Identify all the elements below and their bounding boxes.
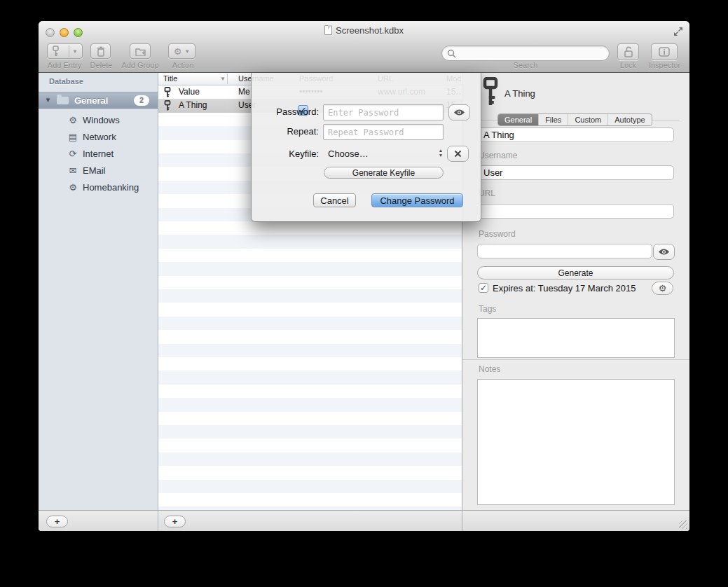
add-entry-plus-button[interactable]: +	[164, 516, 186, 527]
expires-label: Expires at: Tuesday 17 March 2015	[493, 283, 636, 294]
sidebar-item-windows[interactable]: ⚙ Windows	[39, 111, 158, 128]
inspector-panel: A Thing General Files Custom Autotype Us…	[462, 73, 689, 510]
repeat-password-input[interactable]	[323, 124, 444, 140]
cell-username: Me	[238, 87, 250, 97]
sidebar-item-label: Homebanking	[83, 182, 139, 193]
close-icon	[454, 150, 462, 158]
resize-grip[interactable]	[679, 520, 687, 529]
sidebar-header: Database	[49, 77, 83, 85]
divider	[462, 511, 462, 531]
generate-keyfile-button[interactable]: Generate Keyfile	[324, 167, 444, 179]
notes-label: Notes	[479, 364, 500, 374]
enter-password-input[interactable]	[323, 104, 444, 120]
tab-bar: General Files Custom Autotype	[497, 113, 652, 126]
tab-general[interactable]: General	[498, 114, 539, 125]
gear-icon: ⚙	[67, 115, 78, 125]
chevron-down-icon: ▼	[72, 48, 78, 55]
key-icon-large	[482, 77, 499, 106]
fullscreen-icon[interactable]	[673, 26, 684, 37]
envelope-icon: ✉	[67, 165, 78, 176]
gear-icon: ⚙	[67, 182, 78, 193]
sidebar-item-homebanking[interactable]: ⚙ Homebanking	[39, 179, 158, 195]
sidebar-item-email[interactable]: ✉ EMail	[39, 162, 158, 179]
chevron-down-icon: ▼	[184, 48, 190, 55]
add-group-plus-button[interactable]: +	[46, 516, 68, 527]
repeat-label: Repeat:	[268, 126, 319, 137]
expires-settings-button[interactable]: ⚙	[652, 282, 673, 295]
tab-autotype[interactable]: Autotype	[608, 114, 651, 125]
app-window: Screenshot.kdbx ▼ Add Entry Delete Add G…	[39, 21, 689, 531]
change-password-sheet: ✓ Password: Repeat: Keyfile: Choose… ▲▼ …	[251, 73, 481, 222]
inspector-label: Inspector	[645, 61, 684, 69]
lock-button[interactable]	[617, 43, 639, 60]
generate-password-button[interactable]: Generate	[477, 266, 674, 279]
search-input[interactable]	[441, 46, 610, 61]
username-field[interactable]	[477, 165, 674, 180]
padlock-open-icon	[624, 46, 633, 57]
username-label: Username	[479, 151, 517, 160]
folder-icon	[57, 97, 69, 104]
window-header: Screenshot.kdbx ▼ Add Entry Delete Add G…	[39, 21, 689, 73]
notes-input[interactable]	[477, 379, 675, 505]
tab-files[interactable]: Files	[539, 114, 568, 125]
keyfile-popup[interactable]: Choose…	[328, 149, 369, 159]
tags-input[interactable]	[477, 318, 675, 358]
password-label: Password	[479, 229, 516, 239]
cell-title: A Thing	[179, 100, 207, 110]
title-field[interactable]	[477, 127, 674, 142]
sidebar: Database ▼ General 2 ⚙ Windows ▤ Network…	[39, 73, 158, 510]
delete-label: Delete	[88, 61, 114, 69]
change-password-button[interactable]: Change Password	[371, 193, 463, 207]
action-label: Action	[170, 61, 195, 69]
server-icon: ▤	[67, 132, 78, 142]
add-entry-button[interactable]: ▼	[47, 43, 83, 59]
delete-button[interactable]	[90, 43, 111, 59]
sidebar-item-network[interactable]: ▤ Network	[39, 128, 158, 145]
stepper-arrows-icon[interactable]: ▲▼	[437, 148, 444, 159]
bottom-bar: + +	[39, 510, 689, 531]
cancel-button[interactable]: Cancel	[313, 193, 356, 207]
clear-keyfile-button[interactable]	[447, 146, 469, 162]
disclosure-triangle-icon[interactable]: ▼	[45, 97, 51, 104]
add-entry-label: Add Entry	[46, 61, 83, 69]
key-icon	[52, 46, 60, 57]
screen: Screenshot.kdbx ▼ Add Entry Delete Add G…	[0, 0, 728, 587]
trash-icon	[97, 46, 105, 57]
sort-arrow-icon: ▼	[220, 76, 226, 82]
lock-label: Lock	[616, 61, 640, 69]
entry-count-badge: 2	[134, 95, 149, 106]
action-button[interactable]: ⚙ ▼	[168, 43, 195, 59]
gear-icon: ⚙	[659, 283, 667, 294]
key-icon	[164, 100, 171, 111]
globe-icon: ⟳	[67, 149, 78, 159]
cell-title: Value	[179, 87, 200, 97]
reveal-password-button[interactable]	[653, 244, 675, 260]
group-label: General	[74, 95, 108, 106]
folder-plus-icon	[135, 47, 146, 56]
document-icon	[324, 25, 332, 35]
section-divider	[462, 359, 689, 360]
gear-icon: ⚙	[174, 46, 182, 57]
add-group-label: Add Group	[121, 61, 160, 69]
expires-checkbox[interactable]: ✓	[479, 283, 488, 293]
column-divider[interactable]	[227, 74, 228, 84]
info-icon	[659, 47, 670, 57]
eye-icon	[658, 248, 670, 256]
sidebar-group-general[interactable]: ▼ General 2	[39, 92, 158, 109]
show-password-button[interactable]	[448, 104, 470, 120]
key-icon	[164, 87, 171, 97]
password-field[interactable]	[477, 244, 652, 258]
sidebar-item-internet[interactable]: ⟳ Internet	[39, 145, 158, 162]
url-field[interactable]	[477, 204, 674, 219]
sidebar-item-label: EMail	[83, 165, 106, 176]
split-divider	[69, 46, 69, 57]
tab-custom[interactable]: Custom	[568, 114, 608, 125]
column-header-title[interactable]: Title	[163, 74, 177, 83]
tags-label: Tags	[479, 304, 496, 314]
add-group-button[interactable]	[130, 43, 151, 59]
window-title: Screenshot.kdbx	[39, 25, 689, 36]
eye-icon	[453, 109, 465, 116]
search-icon	[447, 49, 456, 58]
sidebar-item-label: Internet	[83, 149, 114, 159]
inspector-button[interactable]	[651, 43, 678, 60]
